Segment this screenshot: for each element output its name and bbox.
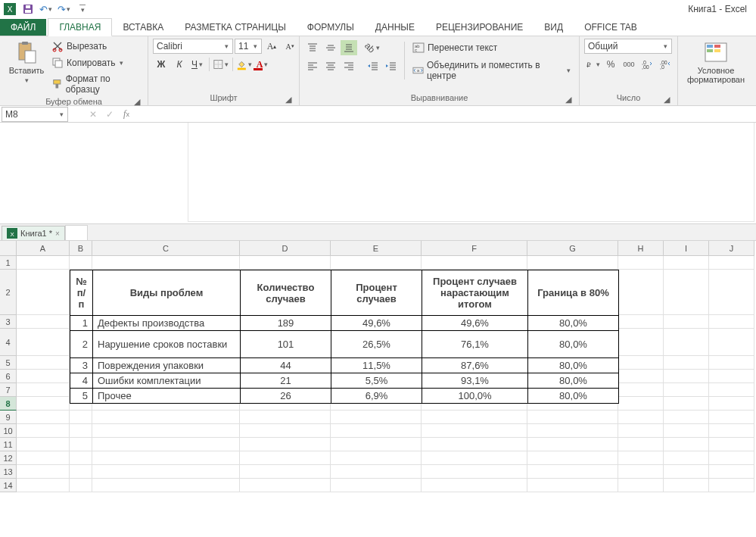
cell[interactable]: [618, 438, 664, 451]
cut-button[interactable]: Вырезать: [48, 39, 143, 54]
cell[interactable]: [618, 465, 664, 479]
cell[interactable]: [17, 256, 70, 270]
select-all-corner[interactable]: [0, 241, 17, 256]
cell[interactable]: [618, 356, 664, 370]
outdent-button[interactable]: [365, 58, 381, 73]
row-header[interactable]: 7: [0, 383, 17, 397]
cell[interactable]: [664, 256, 709, 270]
column-header[interactable]: E: [331, 241, 422, 256]
align-left-button[interactable]: [304, 58, 321, 73]
row-header[interactable]: 5: [0, 356, 17, 370]
cell[interactable]: [709, 479, 754, 492]
cell[interactable]: [709, 451, 754, 465]
column-header[interactable]: D: [240, 241, 331, 256]
cell[interactable]: [527, 424, 618, 438]
shrink-font-button[interactable]: A▾: [282, 39, 298, 54]
cell[interactable]: [17, 329, 70, 356]
decrease-decimal-button[interactable]: ,00,0: [657, 57, 674, 72]
tab-page-layout[interactable]: РАЗМЕТКА СТРАНИЦЫ: [174, 19, 297, 36]
orientation-button[interactable]: ab▾: [365, 40, 381, 55]
cell[interactable]: [709, 438, 754, 451]
cell[interactable]: [240, 438, 331, 451]
undo-button[interactable]: ↶▾: [38, 2, 54, 17]
row-header[interactable]: 11: [0, 438, 17, 451]
cell[interactable]: [527, 451, 618, 465]
redo-button[interactable]: ↷▾: [56, 2, 73, 17]
cell[interactable]: [527, 465, 618, 479]
formula-bar-expanded[interactable]: [0, 123, 756, 224]
cell[interactable]: [70, 411, 92, 424]
number-format-combo[interactable]: Общий▾: [584, 39, 672, 54]
bold-button[interactable]: Ж: [153, 57, 170, 72]
tab-file[interactable]: ФАЙЛ: [0, 19, 46, 36]
font-name-combo[interactable]: Calibri▾: [153, 39, 233, 54]
cell[interactable]: [664, 315, 709, 329]
tab-formulas[interactable]: ФОРМУЛЫ: [297, 19, 365, 36]
cell[interactable]: [422, 465, 527, 479]
cell[interactable]: [618, 370, 664, 383]
cell[interactable]: [422, 424, 527, 438]
align-right-button[interactable]: [341, 58, 357, 73]
cell[interactable]: [17, 383, 70, 397]
cell[interactable]: [422, 438, 527, 451]
cell[interactable]: [709, 411, 754, 424]
cell[interactable]: [709, 356, 754, 370]
cell[interactable]: [664, 451, 709, 465]
align-top-button[interactable]: [304, 40, 321, 55]
cell[interactable]: [240, 451, 331, 465]
cell[interactable]: [664, 383, 709, 397]
cell[interactable]: [331, 465, 422, 479]
cell[interactable]: [664, 479, 709, 492]
cell[interactable]: [709, 315, 754, 329]
cell[interactable]: [17, 315, 70, 329]
cell[interactable]: [240, 411, 331, 424]
column-header[interactable]: C: [92, 241, 240, 256]
number-launcher[interactable]: ◢: [662, 95, 671, 104]
merge-center-button[interactable]: aОбъединить и поместить в центре▾: [409, 58, 574, 83]
cell[interactable]: [618, 424, 664, 438]
cell[interactable]: [92, 451, 240, 465]
increase-decimal-button[interactable]: ,0,00: [639, 57, 655, 72]
column-header[interactable]: A: [17, 241, 70, 256]
column-header[interactable]: G: [527, 241, 618, 256]
row-header[interactable]: 13: [0, 465, 17, 479]
cell[interactable]: [17, 451, 70, 465]
cell[interactable]: [664, 397, 709, 411]
table-row[interactable]: 1Дефекты производства18949,6%49,6%80,0%: [70, 316, 619, 331]
alignment-launcher[interactable]: ◢: [564, 95, 573, 104]
font-size-combo[interactable]: 11▾: [235, 39, 262, 54]
cell[interactable]: [240, 424, 331, 438]
clipboard-launcher[interactable]: ◢: [132, 97, 142, 106]
cell[interactable]: [422, 451, 527, 465]
column-header[interactable]: B: [70, 241, 92, 256]
fx-icon[interactable]: fx: [118, 106, 135, 123]
fill-color-button[interactable]: ▾: [236, 57, 253, 72]
indent-button[interactable]: [383, 58, 400, 73]
cell[interactable]: [664, 411, 709, 424]
cell[interactable]: [709, 370, 754, 383]
conditional-format-button[interactable]: Условное форматирован: [683, 39, 749, 86]
cell[interactable]: [92, 438, 240, 451]
font-color-button[interactable]: А▾: [254, 57, 271, 72]
borders-button[interactable]: ▾: [213, 57, 229, 72]
cell[interactable]: [70, 438, 92, 451]
cell[interactable]: [331, 256, 422, 270]
comma-button[interactable]: 000: [621, 57, 637, 72]
cell[interactable]: [527, 438, 618, 451]
copy-button[interactable]: Копировать▾: [48, 55, 143, 70]
save-icon[interactable]: [20, 2, 36, 17]
column-header[interactable]: F: [422, 241, 527, 256]
cell[interactable]: [664, 438, 709, 451]
cell[interactable]: [709, 424, 754, 438]
cell[interactable]: [664, 329, 709, 356]
cell[interactable]: [618, 329, 664, 356]
row-header[interactable]: 3: [0, 315, 17, 329]
cell[interactable]: [331, 479, 422, 492]
cell[interactable]: [331, 411, 422, 424]
table-row[interactable]: 3Повреждения упаковки4411,5%87,6%80,0%: [70, 358, 619, 373]
cell[interactable]: [709, 256, 754, 270]
cell[interactable]: [70, 465, 92, 479]
cell[interactable]: [17, 356, 70, 370]
tab-office-tab[interactable]: OFFICE TAB: [574, 19, 648, 36]
cell[interactable]: [17, 438, 70, 451]
